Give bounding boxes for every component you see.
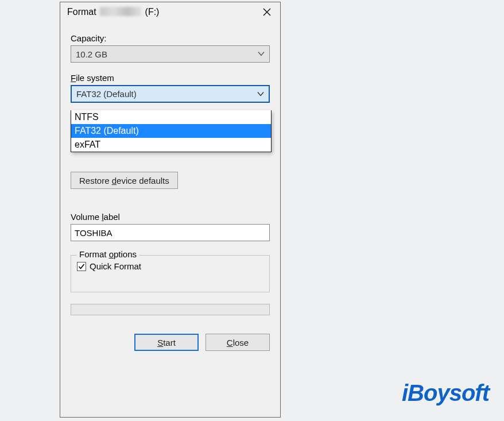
check-icon	[78, 263, 85, 270]
chevron-down-icon	[257, 89, 264, 99]
dialog-footer: Start Close	[71, 334, 270, 351]
volume-label-input[interactable]	[71, 224, 270, 241]
titlebar: Format (F:)	[60, 2, 280, 22]
filesystem-label: File system	[71, 73, 270, 83]
close-window-button[interactable]	[254, 3, 280, 21]
title-prefix: Format	[67, 7, 99, 17]
volume-label-label: Volume label	[71, 212, 270, 222]
quick-format-checkbox[interactable]	[77, 262, 86, 271]
filesystem-option-fat32[interactable]: FAT32 (Default)	[71, 124, 271, 138]
filesystem-value: FAT32 (Default)	[76, 89, 137, 99]
chevron-down-icon	[258, 49, 265, 59]
restore-defaults-label: Restore device defaults	[79, 176, 169, 186]
close-icon	[263, 8, 271, 16]
capacity-label: Capacity:	[71, 33, 270, 43]
format-options-group: Format options Quick Format	[71, 255, 270, 292]
window-title: Format (F:)	[67, 7, 254, 17]
start-button[interactable]: Start	[134, 334, 199, 351]
filesystem-select[interactable]: FAT32 (Default)	[71, 85, 270, 103]
restore-defaults-button[interactable]: Restore device defaults	[71, 172, 178, 189]
title-suffix: (F:)	[142, 7, 159, 17]
format-options-legend: Format options	[77, 249, 139, 259]
close-button[interactable]: Close	[206, 334, 270, 351]
capacity-value: 10.2 GB	[76, 49, 107, 59]
capacity-select[interactable]: 10.2 GB	[71, 45, 270, 63]
filesystem-option-exfat[interactable]: exFAT	[71, 138, 271, 152]
quick-format-row[interactable]: Quick Format	[77, 261, 263, 271]
progress-bar	[71, 304, 270, 315]
filesystem-dropdown: NTFS FAT32 (Default) exFAT	[71, 110, 272, 152]
title-redacted	[100, 7, 141, 16]
dialog-body: Capacity: 10.2 GB File system FAT32 (Def…	[60, 22, 280, 357]
quick-format-label: Quick Format	[90, 261, 141, 271]
format-dialog: Format (F:) Capacity: 10.2 GB File syste…	[60, 2, 281, 418]
filesystem-option-ntfs[interactable]: NTFS	[71, 110, 271, 124]
watermark-logo: iBoysoft	[402, 380, 489, 406]
